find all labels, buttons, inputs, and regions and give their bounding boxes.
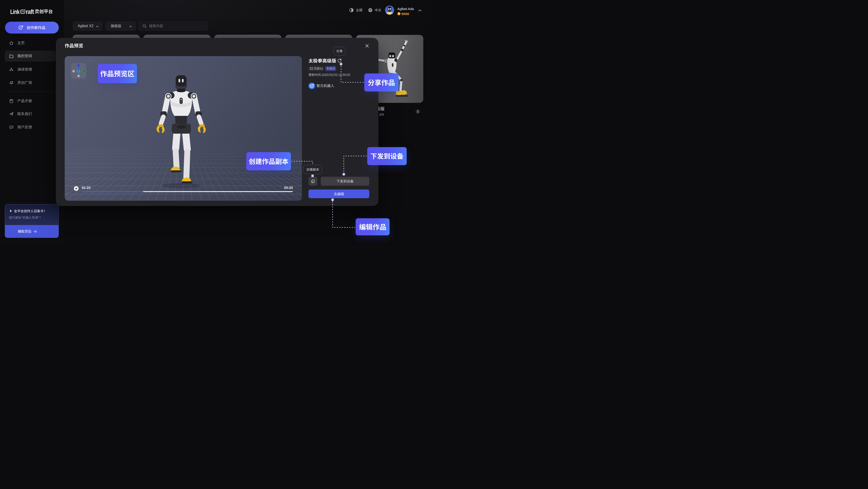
- svg-text:Z: Z: [78, 64, 79, 66]
- svg-text:Y: Y: [78, 70, 79, 72]
- svg-text:X: X: [83, 70, 85, 72]
